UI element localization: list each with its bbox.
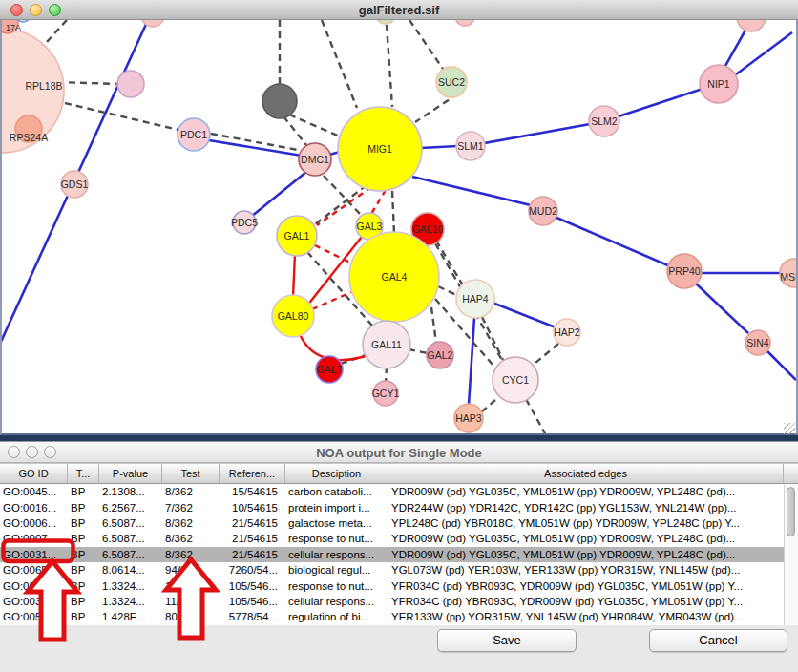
- node-label-msl: MSL: [780, 271, 796, 283]
- vertical-scrollbar[interactable]: [784, 484, 798, 625]
- resize-grip[interactable]: [784, 423, 795, 434]
- column-header-p-value[interactable]: P-value: [99, 464, 162, 483]
- cell: BP: [68, 549, 99, 560]
- node-label-hap3: HAP3: [455, 412, 482, 424]
- cell: cellular respons...: [285, 596, 388, 607]
- cell: GO:0031...: [0, 596, 68, 607]
- column-header-test[interactable]: Test: [162, 464, 220, 483]
- cell: YGL073W (pd) YER103W, YER133W (pp) YOR31…: [388, 564, 784, 576]
- node-label-nip1: NIP1: [707, 78, 730, 90]
- edge-gray: [526, 399, 546, 434]
- node-label-slm2: SLM2: [591, 116, 618, 127]
- edge-gray: [535, 344, 558, 364]
- node-gray-node[interactable]: [262, 84, 297, 118]
- cell: YDR009W (pd) YGL035C, YML051W (pp) YDR00…: [388, 549, 784, 560]
- table-row[interactable]: GO:0006...BP6.5087...8/36221/54615galact…: [0, 515, 784, 531]
- edge-blue: [619, 89, 703, 116]
- node-label-hap4: HAP4: [462, 293, 489, 304]
- cell: 15/54615: [220, 486, 285, 497]
- edge-blue: [696, 284, 748, 333]
- node-label-pdc1: PDC1: [180, 129, 207, 140]
- cell: 6.5087...: [99, 549, 162, 560]
- cell: GO:0006...: [0, 517, 68, 529]
- graph-window: galFiltered.sif 17ARPL18BRPS24AGDS1PDC1D…: [0, 0, 798, 437]
- node-label-mig1: MIG1: [368, 143, 392, 155]
- edge-gray: [387, 25, 392, 107]
- table-row[interactable]: GO:0016...BP6.2567...7/36210/54615protei…: [0, 499, 784, 514]
- cell: 8/362: [162, 486, 220, 497]
- table-row[interactable]: GO:0031...BP1.3324...11/362105/546...res…: [0, 578, 784, 593]
- edge-gray: [482, 400, 495, 411]
- node-label-gal1: GAL1: [284, 230, 310, 242]
- node-label-rpl18b: RPL18B: [25, 80, 62, 92]
- cell: regulation of bi...: [285, 611, 388, 622]
- node-label-hap2: HAP2: [554, 326, 580, 338]
- node-label-rps24a: RPS24A: [10, 132, 48, 143]
- cell: protein import i...: [285, 502, 388, 514]
- cell: GO:0065...: [0, 564, 68, 576]
- edge-blue: [493, 303, 556, 327]
- cell: 8/362: [162, 517, 220, 529]
- node-label-gcy1: GCY1: [372, 388, 400, 399]
- column-header-t-[interactable]: T...: [68, 464, 99, 483]
- table-row[interactable]: GO:0065...BP8.0614...94/3627260/54...bio…: [0, 562, 784, 578]
- network-canvas[interactable]: 17ARPL18BRPS24AGDS1PDC1DMC1MIG1SUC2SLM1S…: [0, 20, 798, 435]
- cell: 5778/54...: [220, 611, 285, 622]
- cell: cellular respons...: [285, 549, 388, 560]
- table-row[interactable]: GO:0031...BP1.3324...11/362105/546...cel…: [0, 594, 784, 609]
- cell: BP: [68, 502, 99, 514]
- cell: YER133W (pp) YOR315W, YNL145W (pd) YHR08…: [388, 611, 784, 622]
- table-row[interactable]: GO:0007...BP6.5087...8/36221/54615respon…: [0, 531, 784, 546]
- cell: 11/362: [162, 580, 220, 592]
- cell: BP: [68, 580, 99, 592]
- node-top-pink-2[interactable]: [455, 20, 474, 26]
- cell: 105/546...: [220, 596, 285, 607]
- cell: 105/546...: [220, 580, 285, 592]
- scrollbar-thumb[interactable]: [787, 487, 795, 536]
- cell: 8/362: [162, 549, 220, 560]
- node-label-gds1: GDS1: [61, 178, 89, 190]
- edge-blue: [555, 217, 670, 266]
- column-header-referen-[interactable]: Referen...: [220, 464, 285, 483]
- column-header-go-id[interactable]: GO ID: [0, 464, 68, 483]
- noa-window-titlebar[interactable]: NOA output for Single Mode: [0, 442, 798, 463]
- edge-gray: [409, 349, 428, 353]
- table-row[interactable]: GO:0045...BP2.1308...8/36215/54615carbon…: [0, 484, 784, 499]
- cell: BP: [68, 611, 99, 622]
- node-label-slm1: SLM1: [457, 140, 484, 152]
- cell: GO:0045...: [0, 486, 68, 497]
- cancel-button[interactable]: Cancel: [649, 629, 788, 652]
- column-header-desciption[interactable]: Desciption: [285, 464, 388, 483]
- cell: 6.5087...: [99, 533, 162, 544]
- edge-blue: [412, 177, 531, 205]
- cell: YPL248C (pd) YBR018C, YML051W (pp) YDR00…: [388, 517, 784, 529]
- cell: 1.3324...: [99, 596, 162, 607]
- cell: 6.2567...: [99, 502, 162, 514]
- edge-gray: [482, 317, 503, 360]
- cell: GO:0031...: [0, 580, 68, 592]
- cell: 10/54615: [220, 502, 285, 514]
- save-button[interactable]: Save: [437, 629, 577, 652]
- edge-blue: [209, 140, 302, 156]
- cell: galactose meta...: [285, 517, 388, 529]
- column-header-associated-edges[interactable]: Associated edges: [388, 464, 784, 483]
- edge-gray: [392, 191, 394, 233]
- node-rpl18b[interactable]: [117, 71, 144, 97]
- table-body: GO:0045...BP2.1308...8/36215/54615carbon…: [0, 484, 784, 625]
- node-label-gal11: GAL11: [371, 339, 402, 350]
- node-label-cyc1: CYC1: [502, 374, 529, 386]
- table-header-row[interactable]: GO IDT...P-valueTestReferen...Desciption…: [0, 463, 798, 484]
- node-top-green[interactable]: [376, 20, 395, 24]
- cell: 1.3324...: [99, 580, 162, 592]
- node-label-sin4: SIN4: [746, 337, 769, 348]
- node-top-right-pink[interactable]: [737, 20, 766, 32]
- node-label-gal3: GAL3: [357, 220, 383, 232]
- edge-gray: [65, 103, 178, 130]
- node-label-mud2: MUD2: [529, 205, 557, 217]
- graph-window-titlebar[interactable]: galFiltered.sif: [0, 0, 798, 20]
- node-label-gal80: GAL80: [278, 310, 309, 322]
- table-row[interactable]: GO:0031...BP6.5087...8/36221/54615cellul…: [0, 547, 784, 562]
- edge-blue: [736, 32, 792, 74]
- table-row[interactable]: GO:0050...BP1.428E...80/3625778/54...reg…: [0, 609, 784, 624]
- cell: 1.428E...: [99, 611, 162, 622]
